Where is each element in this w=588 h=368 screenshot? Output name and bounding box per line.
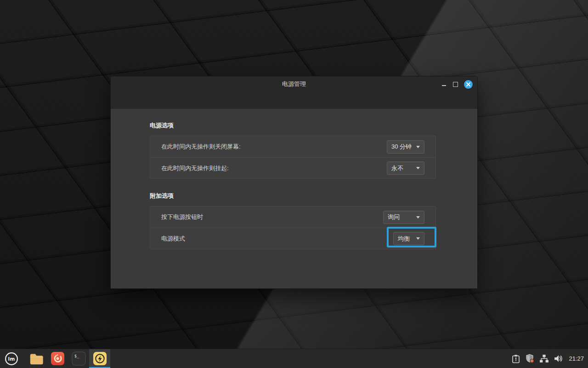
speaker-icon [554, 354, 563, 363]
chevron-down-icon [416, 216, 420, 218]
firefox-icon [51, 351, 65, 366]
tray-network-button[interactable] [539, 354, 549, 363]
taskbar-power-manager-active[interactable] [89, 349, 110, 368]
power-button-action-dropdown[interactable]: 询问 [383, 211, 424, 224]
screen-off-timeout-label: 在此时间内无操作则关闭屏幕: [161, 143, 241, 151]
row-screen-off-timeout: 在此时间内无操作则关闭屏幕: 30 分钟 [150, 136, 435, 157]
close-icon [466, 82, 470, 86]
power-mode-dropdown[interactable]: 均衡 [393, 232, 424, 245]
suspend-timeout-value: 永不 [391, 164, 403, 172]
maximize-button[interactable] [453, 82, 458, 87]
svg-text:lm: lm [8, 356, 15, 362]
launcher-file-manager[interactable] [26, 349, 47, 368]
power-management-window: 电源管理 电源选项 在此时间内无操作则关闭屏幕: 30 分钟 [110, 76, 478, 289]
power-button-action-value: 询问 [388, 213, 400, 221]
power-options-group: 在此时间内无操作则关闭屏幕: 30 分钟 在此时间内无操作则挂起: 永不 [150, 136, 436, 179]
system-tray: ! [511, 354, 588, 363]
screen-off-timeout-dropdown[interactable]: 30 分钟 [387, 140, 424, 154]
chevron-down-icon [416, 167, 420, 169]
mint-logo-icon: lm [4, 351, 19, 366]
power-button-action-label: 按下电源按钮时 [161, 213, 203, 221]
taskbar-panel: lm [0, 349, 588, 368]
screen-off-timeout-value: 30 分钟 [391, 143, 412, 151]
launcher-firefox[interactable] [47, 349, 68, 368]
launcher-terminal[interactable]: $_ [68, 349, 89, 368]
row-power-button-action: 按下电源按钮时 询问 [150, 207, 435, 228]
power-manager-icon [93, 351, 107, 366]
titlebar[interactable]: 电源管理 [111, 76, 477, 109]
suspend-timeout-dropdown[interactable]: 永不 [387, 161, 424, 175]
chevron-down-icon [416, 237, 420, 240]
terminal-icon: $_ [72, 351, 86, 366]
folder-icon [29, 353, 44, 365]
svg-text:!: ! [515, 357, 517, 362]
clipboard-alert-icon: ! [511, 354, 520, 363]
power-mode-label: 电源模式 [161, 235, 185, 243]
tray-update-manager-button[interactable] [525, 354, 535, 363]
suspend-timeout-label: 在此时间内无操作则挂起: [161, 164, 229, 172]
window-title: 电源管理 [111, 80, 477, 88]
clock[interactable]: 21:27 [569, 355, 584, 362]
network-wired-icon [539, 354, 549, 363]
tray-notes-button[interactable]: ! [511, 354, 520, 363]
svg-text:$_: $_ [74, 354, 79, 358]
mint-menu-button[interactable]: lm [0, 349, 23, 368]
section-additional-options-label: 附加选项 [150, 192, 436, 200]
shield-update-icon [525, 354, 535, 363]
row-suspend-timeout: 在此时间内无操作则挂起: 永不 [150, 157, 435, 178]
window-content: 电源选项 在此时间内无操作则关闭屏幕: 30 分钟 在此时间内无操作则挂起: 永… [111, 109, 477, 288]
row-power-mode: 电源模式 均衡 [150, 228, 435, 249]
additional-options-group: 按下电源按钮时 询问 电源模式 均衡 [150, 206, 436, 249]
window-controls [441, 80, 473, 89]
section-power-options-label: 电源选项 [150, 121, 436, 130]
desktop-wallpaper: 电源管理 电源选项 在此时间内无操作则关闭屏幕: 30 分钟 [0, 0, 588, 368]
power-mode-value: 均衡 [398, 235, 410, 243]
minimize-button[interactable] [441, 81, 447, 87]
tray-volume-button[interactable] [554, 354, 563, 363]
chevron-down-icon [416, 146, 420, 148]
close-button[interactable] [464, 80, 473, 89]
